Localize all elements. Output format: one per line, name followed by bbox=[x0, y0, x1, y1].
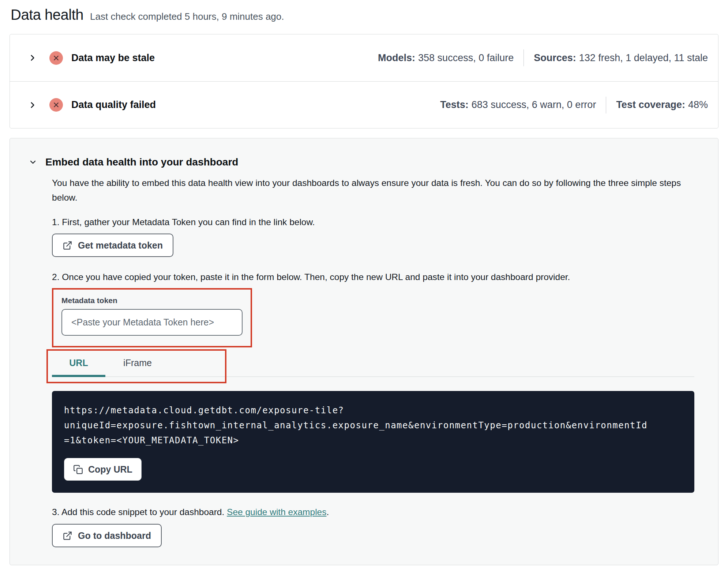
chevron-right-icon[interactable] bbox=[28, 53, 37, 63]
stat-divider bbox=[524, 49, 524, 66]
sources-stat-value: 132 fresh, 1 delayed, 11 stale bbox=[579, 52, 708, 63]
status-row-label: Data may be stale bbox=[71, 52, 155, 64]
external-link-icon bbox=[63, 531, 72, 541]
guide-examples-link[interactable]: See guide with examples bbox=[227, 507, 326, 517]
step-1-text: 1. First, gather your Metadata Token you… bbox=[52, 217, 694, 227]
step-2-text: 2. Once you have copied your token, past… bbox=[52, 272, 694, 282]
tab-url[interactable]: URL bbox=[52, 353, 105, 377]
go-to-dashboard-button[interactable]: Go to dashboard bbox=[52, 524, 162, 547]
embed-section-title: Embed data health into your dashboard bbox=[45, 156, 238, 168]
status-row-quality[interactable]: Data quality failed Tests:683 success, 6… bbox=[10, 81, 718, 128]
tests-stat-value: 683 success, 6 warn, 0 error bbox=[472, 99, 596, 110]
status-row-stats: Tests:683 success, 6 warn, 0 error Test … bbox=[440, 97, 708, 113]
embed-section-header[interactable]: Embed data health into your dashboard bbox=[29, 156, 694, 168]
copy-url-button[interactable]: Copy URL bbox=[64, 458, 142, 481]
step-3-text: 3. Add this code snippet to your dashboa… bbox=[52, 507, 694, 517]
embed-section-card: Embed data health into your dashboard Yo… bbox=[10, 138, 718, 565]
last-check-status: Last check completed 5 hours, 9 minutes … bbox=[90, 11, 284, 22]
error-x-circle-icon bbox=[49, 51, 63, 65]
page-header: Data health Last check completed 5 hours… bbox=[10, 7, 718, 23]
stat-divider bbox=[606, 97, 606, 113]
copy-icon bbox=[73, 465, 83, 474]
step-3-prefix: 3. Add this code snippet to your dashboa… bbox=[52, 507, 227, 517]
token-field-annotation-box: Metadata token bbox=[52, 288, 252, 347]
copy-url-label: Copy URL bbox=[88, 464, 132, 475]
tabs-region: URL iFrame bbox=[52, 353, 694, 377]
metadata-token-input[interactable] bbox=[61, 309, 243, 336]
embed-url-code-block: https://metadata.cloud.getdbt.com/exposu… bbox=[52, 391, 694, 493]
models-stat-value: 358 success, 0 failure bbox=[418, 52, 514, 63]
status-row-stale[interactable]: Data may be stale Models:358 success, 0 … bbox=[10, 34, 718, 81]
embed-section-body: You have the ability to embed this data … bbox=[29, 176, 694, 547]
tab-iframe[interactable]: iFrame bbox=[111, 353, 164, 377]
data-health-page: Data health Last check completed 5 hours… bbox=[0, 0, 728, 565]
test-coverage-stat-label: Test coverage: bbox=[616, 99, 685, 110]
chevron-down-icon[interactable] bbox=[29, 158, 37, 167]
tests-stat: Tests:683 success, 6 warn, 0 error bbox=[440, 99, 596, 111]
sources-stat: Sources:132 fresh, 1 delayed, 11 stale bbox=[534, 52, 708, 64]
page-title: Data health bbox=[11, 7, 83, 23]
get-metadata-token-button[interactable]: Get metadata token bbox=[52, 234, 173, 257]
error-x-circle-icon bbox=[49, 98, 63, 112]
output-format-tabs: URL iFrame bbox=[52, 353, 694, 377]
test-coverage-stat: Test coverage:48% bbox=[616, 99, 708, 111]
external-link-icon bbox=[63, 241, 72, 250]
status-row-stats: Models:358 success, 0 failure Sources:13… bbox=[378, 49, 708, 66]
status-row-label: Data quality failed bbox=[71, 99, 156, 111]
metadata-token-label: Metadata token bbox=[61, 296, 243, 305]
tests-stat-label: Tests: bbox=[440, 99, 469, 110]
embed-url-text: https://metadata.cloud.getdbt.com/exposu… bbox=[64, 403, 682, 448]
go-to-dashboard-label: Go to dashboard bbox=[78, 530, 151, 541]
status-card: Data may be stale Models:358 success, 0 … bbox=[10, 34, 718, 128]
get-metadata-token-label: Get metadata token bbox=[78, 240, 163, 251]
test-coverage-stat-value: 48% bbox=[688, 99, 708, 110]
sources-stat-label: Sources: bbox=[534, 52, 576, 63]
embed-description: You have the ability to embed this data … bbox=[52, 176, 694, 205]
models-stat-label: Models: bbox=[378, 52, 415, 63]
models-stat: Models:358 success, 0 failure bbox=[378, 52, 514, 64]
chevron-right-icon[interactable] bbox=[28, 100, 37, 110]
step-3-suffix: . bbox=[326, 507, 329, 517]
